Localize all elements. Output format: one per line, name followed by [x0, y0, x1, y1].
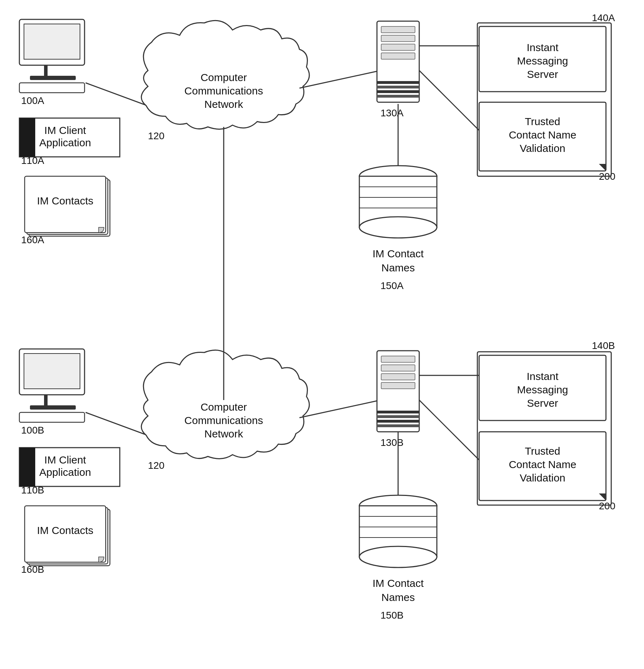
svg-rect-5	[19, 83, 85, 93]
im-server-a-label2: Messaging	[517, 55, 568, 67]
im-server-b-label3: Server	[527, 397, 558, 409]
svg-rect-33	[44, 395, 48, 405]
im-client-a-label1: IM Client	[44, 124, 86, 136]
svg-rect-14	[381, 35, 415, 42]
cloud-a-label2: Communications	[184, 85, 263, 97]
svg-rect-18	[377, 86, 419, 88]
cloud-a: Computer Communications Network 120	[141, 20, 309, 141]
im-server-a-label3: Server	[527, 68, 558, 80]
svg-rect-49	[377, 424, 419, 427]
svg-rect-8	[19, 118, 35, 157]
trusted-a-label2: Contact Name	[509, 129, 576, 141]
cloud-b-id: 120	[148, 460, 165, 471]
server-a-label: 130A	[380, 108, 404, 118]
trusted-b-id: 200	[599, 501, 615, 511]
svg-rect-16	[381, 53, 415, 59]
svg-rect-34	[30, 405, 76, 410]
im-contacts-a: IM Contacts 160A	[21, 176, 110, 245]
db-a-id: 150A	[380, 280, 404, 291]
cloud-b: Computer Communications Network 120	[141, 350, 309, 471]
svg-point-30	[359, 217, 437, 238]
svg-rect-43	[381, 365, 415, 371]
db-b-label2: Names	[381, 591, 415, 603]
svg-rect-32	[24, 354, 80, 389]
svg-rect-2	[24, 24, 80, 59]
computer-a-label: 100A	[21, 95, 44, 106]
svg-rect-48	[377, 420, 419, 423]
svg-rect-3	[44, 65, 48, 76]
im-client-b: IM Client Application 110B	[19, 448, 120, 496]
db-b-id: 150B	[380, 610, 403, 621]
line-server-a-to-box-trusted	[419, 70, 479, 130]
trusted-a-label3: Validation	[520, 142, 565, 154]
line-network-a-to-server-a	[299, 70, 380, 88]
svg-rect-12	[377, 21, 419, 102]
im-server-b-label2: Messaging	[517, 384, 568, 395]
im-client-a-label2: Application	[39, 137, 91, 148]
trusted-b-label3: Validation	[520, 472, 565, 484]
im-client-a: IM Client Application 110A	[19, 118, 120, 166]
line-network-b-to-server-b	[299, 400, 380, 418]
computer-b: 100B	[19, 349, 85, 436]
box-b-id: 140B	[592, 340, 615, 351]
computer-a: 100A	[19, 19, 85, 106]
svg-point-59	[359, 546, 437, 567]
im-contacts-b: IM Contacts 160B	[21, 506, 110, 575]
cloud-b-label3: Network	[204, 428, 243, 440]
svg-rect-46	[377, 411, 419, 413]
im-server-a-label1: Instant	[527, 42, 559, 53]
svg-rect-47	[377, 415, 419, 418]
db-b-label1: IM Contact	[372, 577, 424, 589]
im-contacts-b-id: 160B	[21, 564, 44, 575]
im-server-box-a: Instant Messaging Server	[479, 26, 606, 92]
svg-rect-42	[381, 356, 415, 362]
cloud-a-label3: Network	[204, 98, 243, 110]
db-a-label1: IM Contact	[372, 248, 424, 259]
db-b: IM Contact Names 150B	[359, 495, 437, 621]
im-contacts-a-label1: IM Contacts	[37, 195, 93, 207]
box-a-id: 140A	[592, 12, 615, 23]
cloud-a-label1: Computer	[200, 72, 247, 83]
svg-rect-4	[30, 76, 76, 80]
svg-rect-41	[377, 351, 419, 432]
im-server-b-label1: Instant	[527, 370, 559, 382]
db-a-label2: Names	[381, 262, 415, 274]
trusted-b-label1: Trusted	[525, 445, 561, 457]
svg-rect-13	[381, 26, 415, 33]
computer-b-label: 100B	[21, 425, 44, 436]
svg-rect-19	[377, 90, 419, 93]
cloud-a-id: 120	[148, 130, 165, 141]
server-b-label: 130B	[380, 437, 403, 448]
cloud-b-label2: Communications	[184, 415, 263, 426]
svg-rect-20	[377, 95, 419, 98]
trusted-b-label2: Contact Name	[509, 459, 576, 470]
im-client-b-label2: Application	[39, 466, 91, 478]
im-server-box-b: Instant Messaging Server	[479, 355, 606, 421]
svg-rect-37	[19, 448, 35, 486]
server-a: 130A	[377, 21, 419, 118]
svg-rect-17	[377, 81, 419, 84]
im-client-a-id: 110A	[21, 155, 44, 166]
svg-rect-45	[381, 382, 415, 389]
im-contacts-b-label1: IM Contacts	[37, 524, 93, 536]
im-client-b-label1: IM Client	[44, 454, 86, 466]
im-contacts-a-id: 160A	[21, 234, 44, 245]
svg-rect-15	[381, 44, 415, 50]
trusted-box-a: Trusted Contact Name Validation 200	[479, 102, 615, 182]
trusted-box-b: Trusted Contact Name Validation 200	[479, 432, 615, 511]
cloud-b-label1: Computer	[200, 401, 247, 413]
svg-rect-44	[381, 374, 415, 380]
im-client-b-id: 110B	[21, 485, 44, 496]
db-a: IM Contact Names 150A	[359, 166, 437, 291]
line-server-b-to-box-trusted	[419, 400, 479, 460]
trusted-a-label1: Trusted	[525, 116, 561, 127]
svg-rect-35	[19, 412, 85, 422]
